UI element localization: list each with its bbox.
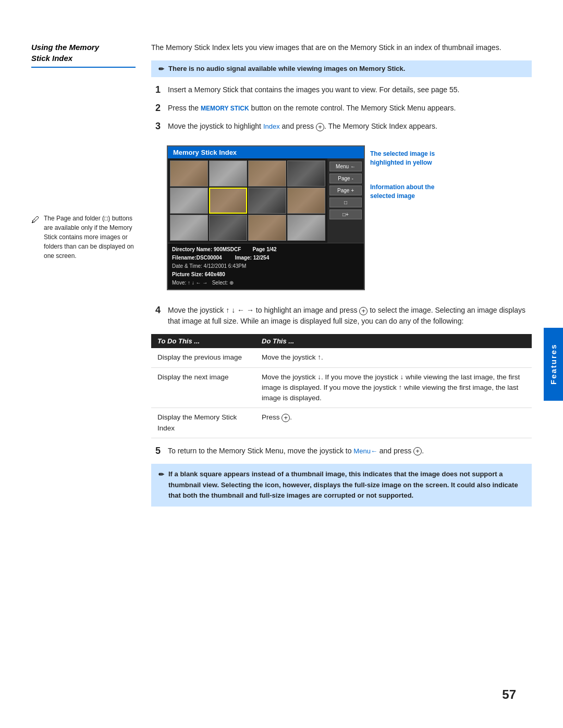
thumb-10 [209,215,247,241]
ms-image-info: Image: 12/254 [235,255,270,261]
menu-btn-menu: Menu ← [329,162,362,171]
step-2: 2 Press the MEMORY STICK button on the r… [151,103,532,114]
ms-thumbnails [168,158,327,243]
thumb-9 [170,215,208,241]
annotation-info: Information about the selected image [370,183,438,201]
table-row-3-col2: Press +. [255,408,532,438]
ms-datetime: Date & Time: 4/12/2001 6:43PM [172,263,246,269]
ms-index-screenshot: Memory Stick Index [167,145,365,290]
section-heading: Using the Memory Stick Index [31,42,136,68]
step-4-text: Move the joystick ↑ ↓ ← → to highlight a… [168,305,532,327]
table-row-3-col1: Display the Memory Stick Index [151,408,255,438]
menu-highlight-step5: Menu← [353,447,377,455]
page-number: 57 [502,687,516,702]
circle-plus-icon-4: + [359,307,368,315]
screenshot-annotations: The selected image is highlighted in yel… [370,139,438,200]
note-box-1: ✏ There is no audio signal available whi… [151,60,532,77]
page-container: Features 57 Using the Memory Stick Index… [0,0,563,728]
sidebar-note: 🖊 The Page and folder (□) buttons are av… [31,214,136,261]
thumb-11 [248,215,286,241]
step-1-text: Insert a Memory Stick that contains the … [168,84,532,95]
ms-index-body: Menu ← Page - Page + □ □+ [168,158,364,243]
ms-menu-buttons: Menu ← Page - Page + □ □+ [327,158,364,243]
note-pencil-icon: ✏ [158,65,164,73]
step-4-number: 4 [151,305,161,316]
thumb-5 [170,188,208,214]
thumb-3 [248,161,286,187]
table-row-1: Display the previous image Move the joys… [151,348,532,367]
steps-list: 1 Insert a Memory Stick that contains th… [151,84,532,132]
circle-plus-icon-5: + [413,447,422,455]
menu-btn-folder: □ [329,198,362,207]
table-row-1-col2: Move the joystick ↑. [255,348,532,367]
circle-plus-icon-3: + [316,123,324,131]
step-3-number: 3 [151,121,161,132]
step-4: 4 Move the joystick ↑ ↓ ← → to highlight… [151,305,532,327]
ms-info-bar: Directory Name: 900MSDCF Page 1/42 Filen… [168,243,364,289]
left-sidebar: Using the Memory Stick Index 🖊 The Page … [31,42,136,507]
table-row-2: Display the next image Move the joystick… [151,367,532,408]
table-row-1-col1: Display the previous image [151,348,255,367]
thumb-1 [170,161,208,187]
right-content: The Memory Stick Index lets you view ima… [151,42,532,507]
thumb-7 [248,188,286,214]
step-3: 3 Move the joystick to highlight Index a… [151,121,532,132]
note-icon-sidebar: 🖊 [31,214,40,261]
step-2-text: Press the MEMORY STICK button on the rem… [168,103,532,114]
thumb-4 [287,161,325,187]
ms-page-info: Page 1/42 [253,246,277,252]
step-1: 1 Insert a Memory Stick that contains th… [151,84,532,95]
table-row-3: Display the Memory Stick Index Press +. [151,408,532,438]
intro-text: The Memory Stick Index lets you view ima… [151,42,532,53]
menu-btn-folder-plus: □+ [329,209,362,219]
menu-btn-page-plus: Page + [329,186,362,195]
ms-filename: Filename:DSC00004 [172,255,222,261]
table-col1-header: To Do This ... [151,334,255,348]
menu-btn-page-minus: Page - [329,174,362,183]
ms-directory: Directory Name: 900MSDCF [172,246,241,252]
feature-table: To Do This ... Do This ... Display the p… [151,334,532,438]
bottom-note: ✏ If a blank square appears instead of a… [151,464,532,507]
ms-move-text: Move: ↑ ↓ ← → Select: ⊕ [172,280,234,286]
table-row-2-col1: Display the next image [151,367,255,408]
thumb-8 [287,188,325,214]
step-5: 5 To return to the Memory Stick Menu, mo… [151,446,532,456]
circle-plus-icon-table: + [282,414,290,422]
features-tab: Features [544,328,563,401]
thumb-12 [287,215,325,241]
step-3-text: Move the joystick to highlight Index and… [168,121,532,132]
screenshot-wrapper: Memory Stick Index [151,139,532,297]
step-5-number: 5 [151,446,161,456]
step-1-number: 1 [151,84,161,95]
ms-index-header: Memory Stick Index [168,146,364,158]
step-2-number: 2 [151,103,161,114]
table-row-2-col2: Move the joystick ↓. If you move the joy… [255,367,532,408]
table-col2-header: Do This ... [255,334,532,348]
note-pencil-icon-2: ✏ [158,470,164,480]
thumb-6-selected [209,188,247,214]
memory-stick-highlight: MEMORY STICK [201,105,249,112]
thumb-2 [209,161,247,187]
index-highlight: Index [263,122,280,130]
annotation-selected-image: The selected image is highlighted in yel… [370,150,438,167]
ms-picture-size: Picture Size: 640x480 [172,272,225,277]
step-5-text: To return to the Memory Stick Menu, move… [168,446,532,456]
main-layout: Using the Memory Stick Index 🖊 The Page … [31,42,532,507]
